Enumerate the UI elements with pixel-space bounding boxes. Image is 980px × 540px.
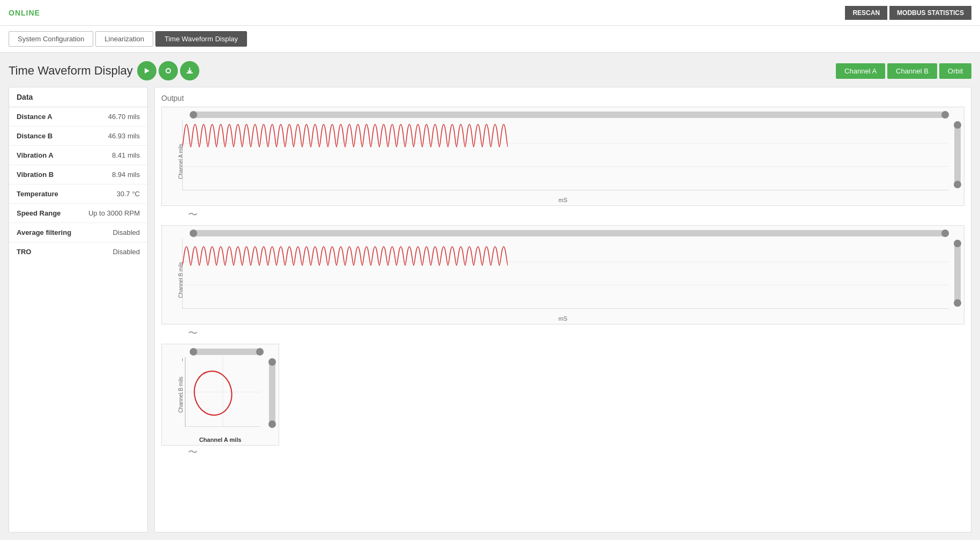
data-row: TRO Disabled	[9, 242, 147, 261]
page-header: Time Waveform Display	[9, 61, 971, 80]
distance-a-value: 46.70 mils	[108, 113, 140, 121]
play-icon	[143, 67, 151, 75]
wave-icon-a: 〜	[188, 208, 198, 221]
avg-filtering-value: Disabled	[113, 228, 140, 236]
modbus-stats-button[interactable]: MODBUS STATISTICS	[889, 6, 971, 20]
wave-icon-b: 〜	[188, 327, 198, 339]
svg-text:45: 45	[182, 389, 183, 395]
page-content: Time Waveform Display	[0, 53, 980, 540]
v-slider-orbit-top-handle[interactable]	[268, 358, 276, 366]
download-icon	[186, 67, 193, 75]
play-button[interactable]	[137, 61, 156, 80]
data-row: Average filtering Disabled	[9, 223, 147, 242]
v-slider-a[interactable]	[954, 121, 961, 188]
time-waveform-display-tab[interactable]: Time Waveform Display	[155, 31, 247, 47]
vibration-b-value: 8.94 mils	[112, 171, 140, 179]
distance-b-label: Distance B	[17, 132, 53, 140]
page-title: Time Waveform Display	[9, 64, 133, 78]
h-slider-b-right-handle[interactable]	[941, 230, 949, 237]
vibration-b-label: Vibration B	[17, 171, 54, 179]
h-slider-a-left-handle[interactable]	[190, 111, 197, 119]
svg-text:50: 50	[182, 357, 183, 363]
page-title-area: Time Waveform Display	[9, 61, 199, 80]
stop-icon	[164, 67, 172, 75]
svg-point-35	[191, 368, 235, 418]
v-slider-b[interactable]	[954, 240, 961, 307]
data-row: Distance B 46.93 mils	[9, 127, 147, 146]
channel-a-button[interactable]: Channel A	[836, 63, 885, 79]
v-slider-orbit-bottom-handle[interactable]	[268, 420, 276, 428]
status-badge: ONLINE	[9, 9, 40, 17]
data-panel-header: Data	[9, 87, 147, 107]
h-slider-a-right-handle[interactable]	[941, 111, 949, 119]
system-configuration-tab[interactable]: System Configuration	[9, 31, 93, 47]
channel-b-x-label: mS	[558, 315, 567, 322]
channel-b-svg: 0 20 40 60 80 100 45 50	[182, 239, 949, 309]
control-buttons	[137, 61, 199, 80]
v-slider-orbit[interactable]	[269, 358, 275, 428]
wave-toggle-orbit[interactable]: 〜	[188, 446, 964, 458]
download-button[interactable]	[180, 61, 199, 80]
linearization-tab[interactable]: Linearization	[95, 31, 153, 47]
top-bar: ONLINE RESCAN MODBUS STATISTICS	[0, 0, 980, 26]
speed-range-value: Up to 3000 RPM	[88, 209, 140, 217]
v-slider-a-top-handle[interactable]	[954, 121, 961, 129]
data-panel: Data Distance A 46.70 mils Distance B 46…	[9, 87, 148, 532]
output-panel: Output Channel A mils	[154, 87, 971, 532]
channel-a-section: Channel A mils 0 20 40 60 80	[161, 107, 964, 221]
svg-marker-0	[145, 68, 149, 73]
channel-buttons: Channel A Channel B Orbit	[836, 63, 971, 79]
tro-label: TRO	[17, 248, 31, 256]
temperature-label: Temperature	[17, 190, 58, 198]
h-slider-b[interactable]	[190, 230, 949, 236]
vibration-a-label: Vibration A	[17, 151, 54, 159]
svg-point-2	[167, 69, 170, 72]
avg-filtering-label: Average filtering	[17, 228, 71, 236]
wave-toggle-b[interactable]: 〜	[188, 327, 964, 339]
vibration-a-value: 8.41 mils	[112, 151, 140, 159]
channel-a-chart: Channel A mils 0 20 40 60 80	[161, 107, 964, 206]
tab-bar: System Configuration Linearization Time …	[0, 26, 980, 53]
h-slider-orbit-right-handle[interactable]	[256, 348, 264, 356]
output-header: Output	[161, 94, 964, 102]
channel-a-svg: 0 20 40 60 80 100 45 50	[182, 120, 949, 190]
h-slider-b-left-handle[interactable]	[190, 230, 197, 237]
data-row: Temperature 30.7 °C	[9, 184, 147, 204]
data-row: Distance A 46.70 mils	[9, 107, 147, 127]
top-buttons: RESCAN MODBUS STATISTICS	[845, 6, 971, 20]
data-row: Vibration B 8.94 mils	[9, 165, 147, 184]
v-slider-a-bottom-handle[interactable]	[954, 181, 961, 188]
tro-value: Disabled	[113, 248, 140, 256]
data-row: Vibration A 8.41 mils	[9, 146, 147, 165]
v-slider-b-top-handle[interactable]	[954, 240, 961, 247]
h-slider-orbit[interactable]	[190, 349, 264, 355]
distance-a-label: Distance A	[17, 113, 53, 121]
rescan-button[interactable]: RESCAN	[845, 6, 887, 20]
channel-b-section: Channel B mils 0 20 40 60 80	[161, 225, 964, 339]
speed-range-label: Speed Range	[17, 209, 61, 217]
v-slider-b-bottom-handle[interactable]	[954, 299, 961, 307]
wave-icon-orbit: 〜	[188, 446, 198, 458]
main-area: Data Distance A 46.70 mils Distance B 46…	[9, 87, 971, 532]
channel-b-button[interactable]: Channel B	[887, 63, 937, 79]
h-slider-a[interactable]	[190, 112, 949, 118]
orbit-section: Channel B mils 45 50 45 50	[161, 344, 964, 458]
orbit-chart: Channel B mils 45 50 45 50	[161, 344, 279, 446]
orbit-x-label: Channel A mils	[199, 437, 242, 443]
temperature-value: 30.7 °C	[116, 190, 140, 198]
data-row: Speed Range Up to 3000 RPM	[9, 204, 147, 223]
orbit-svg: 45 50 45 50	[182, 357, 264, 427]
wave-toggle-a[interactable]: 〜	[188, 208, 964, 221]
stop-button[interactable]	[159, 61, 178, 80]
distance-b-value: 46.93 mils	[108, 132, 140, 140]
orbit-button[interactable]: Orbit	[939, 63, 971, 79]
channel-b-chart: Channel B mils 0 20 40 60 80	[161, 225, 964, 324]
h-slider-orbit-left-handle[interactable]	[190, 348, 197, 356]
channel-a-x-label: mS	[558, 197, 567, 203]
